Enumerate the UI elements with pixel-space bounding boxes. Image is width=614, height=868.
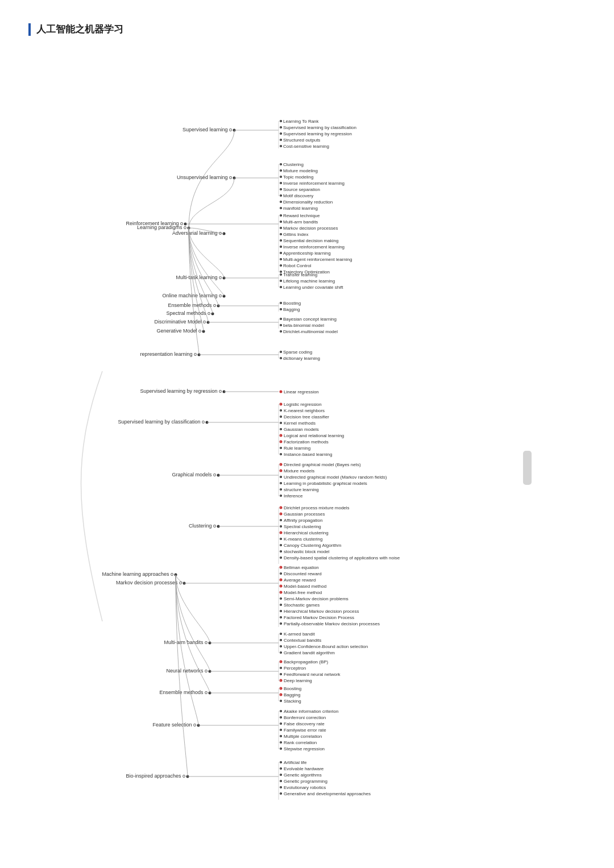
mind-map-svg: .node-label { font-family: Arial, sans-s… <box>28 53 586 860</box>
svg-text:Multiple correlation: Multiple correlation <box>284 734 322 739</box>
svg-text:Multi-agent reinforcement lear: Multi-agent reinforcement learning <box>283 257 352 262</box>
svg-text:Inverse reinforcement learning: Inverse reinforcement learning <box>283 181 345 186</box>
svg-text:Clustering: Clustering <box>283 162 304 167</box>
svg-text:Discounted reward: Discounted reward <box>284 571 322 576</box>
svg-text:Average reward: Average reward <box>284 578 316 583</box>
svg-text:Transfer learning: Transfer learning <box>283 272 317 277</box>
scrollbar-indicator[interactable] <box>523 451 532 485</box>
svg-text:Hierarchical clustering: Hierarchical clustering <box>284 530 329 535</box>
svg-text:Learning in probabilistic grap: Learning in probabilistic graphical mode… <box>284 481 367 486</box>
svg-text:Apprenticeship learning: Apprenticeship learning <box>283 251 331 256</box>
clustering-label: Clustering o <box>189 523 216 529</box>
svg-text:Stochastic games: Stochastic games <box>284 603 320 608</box>
svg-text:Bellman equation: Bellman equation <box>284 565 319 570</box>
ensemble2-label: Ensemble methods o <box>159 690 208 695</box>
svg-text:Mixture models: Mixture models <box>284 468 314 474</box>
svg-text:Bagging: Bagging <box>284 692 300 697</box>
svg-text:Boosting: Boosting <box>283 301 301 306</box>
svg-text:manifold learning: manifold learning <box>283 206 318 211</box>
svg-text:beta-binomial model: beta-binomial model <box>283 323 324 328</box>
svg-text:Genetic programming: Genetic programming <box>284 779 327 784</box>
repr-learning-label: representation learning o <box>140 351 197 357</box>
svg-text:Dimensionality reduction: Dimensionality reduction <box>283 200 333 205</box>
svg-text:Gaussian processes: Gaussian processes <box>284 512 325 517</box>
svg-text:Linear regression: Linear regression <box>284 389 319 394</box>
s1-item4: Structured outputs <box>283 138 320 143</box>
generative-label: Generative Model o <box>156 328 201 334</box>
svg-text:Learning under covariate shift: Learning under covariate shift <box>283 285 343 290</box>
svg-text:Gaussian models: Gaussian models <box>284 427 319 432</box>
left-curve-connector <box>81 371 103 621</box>
neural-networks-label: Neural networks o <box>166 668 208 674</box>
diagram-area: .node-label { font-family: Arial, sans-s… <box>28 53 586 862</box>
graphical-models-label: Graphical models o <box>172 472 216 477</box>
svg-text:False discovery rate: False discovery rate <box>284 721 325 726</box>
page-title: 人工智能之机器学习 <box>36 23 123 36</box>
svg-text:Upper-Confidence-Bound action : Upper-Confidence-Bound action selection <box>284 644 368 649</box>
feature-selection-label: Feature selection o <box>152 722 196 728</box>
svg-text:Dirichlet process mixture mode: Dirichlet process mixture models <box>284 505 350 510</box>
svg-text:Boosting: Boosting <box>284 686 301 691</box>
sl-regression-label: Supervised learning by regression o <box>140 388 222 394</box>
svg-point-113 <box>280 391 283 393</box>
svg-text:Bonferroni correction: Bonferroni correction <box>284 715 326 720</box>
svg-text:Rule learning: Rule learning <box>284 446 310 451</box>
svg-text:Instance-based learning: Instance-based learning <box>284 452 332 457</box>
svg-text:Generative and developmental a: Generative and developmental approaches <box>284 791 371 796</box>
svg-text:Model-free method: Model-free method <box>284 590 322 595</box>
ml-approaches-label: Machine learning approaches o <box>102 571 173 577</box>
svg-text:Topic modeling: Topic modeling <box>283 175 313 180</box>
svg-text:Sequential decision making: Sequential decision making <box>283 238 338 243</box>
svg-text:Bayesian concept learning: Bayesian concept learning <box>283 317 337 322</box>
svg-text:Akaike information criterion: Akaike information criterion <box>284 709 338 714</box>
svg-text:Decision tree classifier: Decision tree classifier <box>284 414 329 420</box>
svg-text:Reward technique: Reward technique <box>283 213 320 218</box>
mdp-label: Markov decision processes o <box>116 580 182 585</box>
svg-text:Perceptron: Perceptron <box>284 666 306 671</box>
svg-text:Spectral clustering: Spectral clustering <box>284 524 321 529</box>
svg-text:Genetic algorithms: Genetic algorithms <box>284 773 322 778</box>
svg-text:Evolvable hardware: Evolvable hardware <box>284 766 324 771</box>
svg-text:Factored Markov Decision Proce: Factored Markov Decision Process <box>284 615 354 620</box>
svg-text:Undirected graphical model (Ma: Undirected graphical model (Markov rando… <box>284 475 387 480</box>
svg-text:Deep learning: Deep learning <box>284 678 312 683</box>
svg-text:Robot Control: Robot Control <box>283 263 312 268</box>
svg-text:Directed graphical model (Baye: Directed graphical model (Bayes nets) <box>284 462 361 467</box>
svg-text:Sparse coding: Sparse coding <box>283 350 312 355</box>
supervised-learning-label: Supervised learning o <box>182 127 232 132</box>
svg-text:stochastic block model: stochastic block model <box>284 549 330 554</box>
svg-text:Motif discovery: Motif discovery <box>283 193 313 198</box>
s1-item1: Learning To Rank <box>283 119 320 124</box>
svg-text:Contextual bandits: Contextual bandits <box>284 638 321 643</box>
svg-text:Stacking: Stacking <box>284 699 301 704</box>
svg-text:Lifelong machine learning: Lifelong machine learning <box>283 279 335 284</box>
sl-classification-label: Supervised learning by classification o <box>118 419 205 425</box>
k-nearest-label: K-nearest neighbors <box>284 408 325 413</box>
svg-text:Gittins Index: Gittins Index <box>283 232 308 237</box>
s1-item2: Supervised learning by classification <box>283 125 356 130</box>
svg-text:Factorization methods: Factorization methods <box>284 439 329 445</box>
page-header: 人工智能之机器学习 <box>28 23 586 36</box>
svg-text:Markov decision processes: Markov decision processes <box>283 226 338 231</box>
svg-text:Bagging: Bagging <box>283 307 300 312</box>
svg-text:Multi-arm bandits: Multi-arm bandits <box>283 219 318 225</box>
s1-item3: Supervised learning by regression <box>283 131 352 136</box>
svg-text:Feedforward neural network: Feedforward neural network <box>284 672 341 677</box>
svg-text:Density-based spatial clusteri: Density-based spatial clustering of appl… <box>284 555 400 560</box>
svg-text:Inverse reinforcement learning: Inverse reinforcement learning <box>283 244 345 250</box>
multitask-label: Multi-task learning o <box>176 275 222 280</box>
svg-text:Evolutionary robotics: Evolutionary robotics <box>284 785 326 790</box>
svg-text:Inference: Inference <box>284 493 303 499</box>
svg-text:structure learning: structure learning <box>284 487 319 492</box>
svg-text:Logistic regression: Logistic regression <box>284 402 322 407</box>
multi-arm-label: Multi-arm bandits o <box>164 639 208 645</box>
svg-text:Semi-Markov decision problems: Semi-Markov decision problems <box>284 596 349 601</box>
svg-text:K-means clustering: K-means clustering <box>284 537 322 542</box>
spectral-label: Spectral methods o <box>166 310 210 316</box>
svg-text:Affinity propagation: Affinity propagation <box>284 518 322 523</box>
header-bar <box>28 23 31 36</box>
svg-text:Model-based method: Model-based method <box>284 584 326 589</box>
page-container: 人工智能之机器学习 .node-label { font-family: Ari… <box>0 0 614 868</box>
s1-item5: Cost-sensitive learning <box>283 144 329 149</box>
svg-text:Stepwise regression: Stepwise regression <box>284 746 325 751</box>
